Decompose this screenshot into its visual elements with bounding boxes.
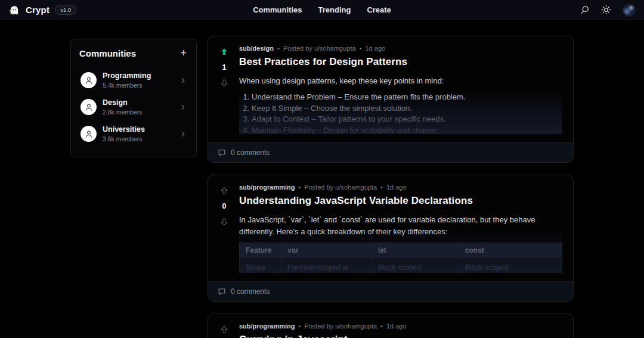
list-item: Keep It Simple – Choose the simplest sol… (252, 103, 562, 114)
upvote-icon[interactable] (219, 186, 229, 196)
downvote-icon[interactable] (219, 217, 229, 227)
post-time: 1d ago (386, 184, 407, 191)
comments-count: 0 comments (231, 148, 270, 157)
meta-dot: • (380, 184, 383, 191)
post-meta: sub/programming • Posted by u/sohamgupta… (239, 184, 562, 191)
theme-toggle-icon[interactable] (601, 5, 611, 15)
communities-panel: Communities + Programming 5.4k members (70, 39, 197, 157)
table-row: Scope Function-scoped or globally scoped… (240, 258, 562, 273)
sidebar-item-programming[interactable]: Programming 5.4k members (79, 67, 188, 94)
version-badge: v1.0 (55, 5, 76, 14)
post-time: 1d ago (386, 323, 407, 330)
post-author[interactable]: Posted by u/sohamgupta (283, 45, 356, 52)
table-cell: Scope (240, 258, 281, 273)
vote-column: 0 (215, 321, 233, 338)
meta-dot: • (299, 323, 301, 330)
post-author[interactable]: Posted by u/sohamgupta (304, 184, 377, 191)
comments-button[interactable]: 0 comments (208, 142, 573, 162)
post-subreddit[interactable]: sub/design (239, 45, 274, 52)
nav-actions (439, 4, 636, 17)
comments-button[interactable]: 0 comments (208, 281, 573, 301)
vote-column: 1 (215, 43, 233, 134)
vote-count: 1 (222, 63, 227, 72)
table-header: var (281, 243, 371, 258)
ghost-logo-icon (8, 4, 20, 16)
downvote-icon[interactable] (219, 78, 229, 88)
post-subreddit[interactable]: sub/programming (239, 323, 295, 330)
post-time: 1d ago (365, 45, 385, 52)
post-intro: In JavaScript, `var`, `let` and `const` … (239, 214, 562, 238)
table-cell: Block-scoped (371, 258, 459, 273)
post-meta: sub/programming • Posted by u/sohamgupta… (239, 323, 562, 330)
add-community-button[interactable]: + (179, 48, 188, 58)
post-title[interactable]: Currying in Javascript (239, 334, 562, 338)
upvote-icon[interactable] (219, 47, 229, 57)
chevron-right-icon (179, 77, 187, 84)
community-avatar (80, 99, 97, 115)
search-icon[interactable] (580, 5, 590, 15)
brand-group: Crypt v1.0 (8, 4, 205, 16)
table-cell: Function-scoped or globally scoped (281, 258, 371, 273)
community-name: Programming (103, 72, 151, 80)
meta-dot: • (360, 45, 362, 52)
post-title[interactable]: Understanding JavaScript Variable Declar… (239, 195, 562, 207)
post-body: When using design patterns, keep these k… (239, 75, 562, 134)
community-name: Design (103, 98, 143, 107)
comments-count: 0 comments (231, 287, 270, 296)
vote-count: 0 (222, 202, 227, 210)
post-title[interactable]: Best Practices for Design Patterns (239, 56, 562, 68)
post-card-js-variables: 0 sub/programming • Posted by u/sohamgup… (208, 175, 574, 302)
community-name: Universities (103, 125, 145, 134)
comparison-table: Feature var let const Scope Function-sco… (239, 243, 562, 273)
app-title: Crypt (26, 5, 49, 15)
list-item: Adapt to Context – Tailor patterns to yo… (252, 114, 562, 125)
sidebar-item-universities[interactable]: Universities 3.6k members (79, 120, 188, 147)
post-card-currying: 0 sub/programming • Posted by u/sohamgup… (208, 314, 574, 338)
post-card-design-patterns: 1 sub/design • Posted by u/sohamgupta • … (208, 36, 574, 163)
community-members: 5.4k members (103, 82, 151, 89)
community-avatar (80, 126, 97, 142)
user-avatar[interactable] (623, 4, 636, 17)
vote-column: 0 (215, 182, 233, 273)
post-author[interactable]: Posted by u/sohamgupta (304, 323, 377, 330)
page-content: Communities + Programming 5.4k members (0, 20, 644, 338)
meta-dot: • (380, 323, 383, 330)
nav-link-communities[interactable]: Communities (253, 5, 302, 14)
nav-link-trending[interactable]: Trending (318, 5, 351, 14)
community-avatar (80, 72, 97, 88)
post-meta: sub/design • Posted by u/sohamgupta • 1d… (239, 45, 562, 52)
main-nav: Communities Trending Create (205, 5, 439, 14)
chevron-right-icon (179, 104, 187, 111)
community-members: 3.6k members (103, 135, 145, 142)
table-cell: Block-scoped (459, 258, 562, 273)
sidebar-item-design[interactable]: Design 2.8k members (79, 94, 188, 120)
post-intro: When using design patterns, keep these k… (239, 75, 562, 87)
post-body: In JavaScript, `var`, `let` and `const` … (239, 214, 562, 273)
meta-dot: • (277, 45, 280, 52)
list-item: Maintain Flexibility – Design for scalab… (252, 125, 562, 134)
list-item: Understand the Problem – Ensure the patt… (252, 92, 562, 103)
communities-title: Communities (79, 48, 136, 58)
communities-panel-header: Communities + (79, 48, 188, 58)
post-list: Understand the Problem – Ensure the patt… (239, 92, 562, 134)
table-header: Feature (240, 243, 281, 258)
navbar: Crypt v1.0 Communities Trending Create (0, 0, 644, 20)
table-header: const (459, 243, 562, 258)
nav-link-create[interactable]: Create (367, 5, 391, 14)
comment-icon (218, 287, 226, 296)
table-header: let (371, 243, 459, 258)
community-members: 2.8k members (103, 108, 143, 116)
comment-icon (218, 148, 226, 157)
upvote-icon[interactable] (219, 325, 229, 334)
chevron-right-icon (179, 131, 187, 138)
post-subreddit[interactable]: sub/programming (239, 184, 295, 191)
post-feed: 1 sub/design • Posted by u/sohamgupta • … (208, 36, 574, 338)
meta-dot: • (299, 184, 301, 191)
